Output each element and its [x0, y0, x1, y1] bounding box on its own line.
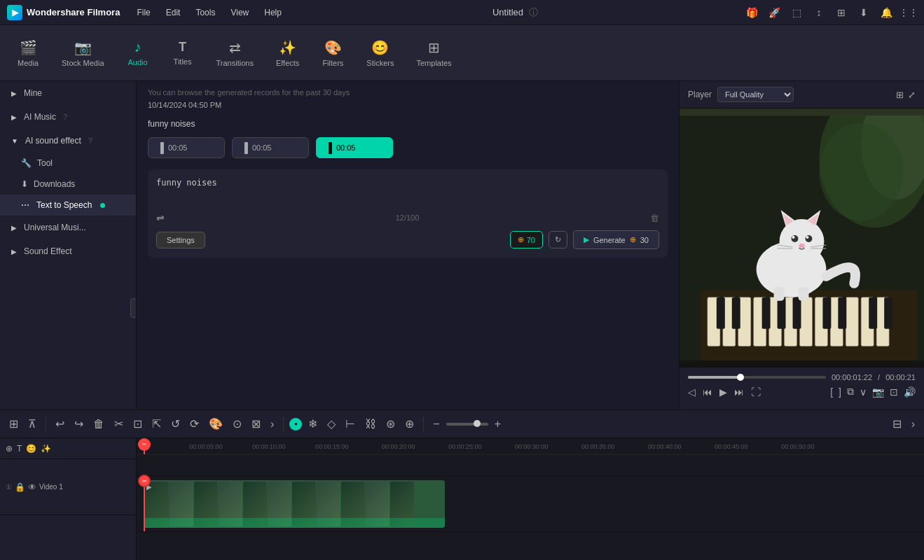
tl-ai-icon[interactable]: ⊛	[382, 415, 399, 433]
menu-tools[interactable]: Tools	[190, 5, 221, 20]
text-input[interactable]: funny noises	[156, 178, 659, 206]
menu-help[interactable]: Help	[258, 5, 287, 20]
sidebar-item-ai-sound[interactable]: ▼ AI sound effect ?	[0, 129, 136, 153]
download-icon[interactable]: ⬇	[855, 4, 872, 21]
tl-columns-icon[interactable]: ⊟	[889, 415, 905, 433]
tab-filters[interactable]: 🎨 Filters	[312, 34, 354, 73]
track-lock-icon[interactable]: 🔒	[15, 482, 25, 492]
tab-media[interactable]: 🎬 Media	[7, 34, 49, 73]
notification-icon[interactable]: 🔔	[878, 4, 895, 21]
split-view-icon[interactable]: ⧉	[847, 386, 854, 398]
tl-transform-icon[interactable]: ⊠	[248, 415, 264, 433]
sidebar-item-sound-effect[interactable]: ▶ Sound Effect	[0, 239, 136, 263]
export-icon[interactable]: ↕	[811, 4, 827, 21]
sidebar-item-universal-music[interactable]: ▶ Universal Musi...	[0, 216, 136, 239]
sidebar-item-ai-music[interactable]: ▶ AI Music ?	[0, 105, 136, 129]
tab-transitions[interactable]: ⇄ Transitions	[207, 34, 263, 73]
bracket-right-icon[interactable]: ]	[839, 386, 841, 398]
svg-rect-20	[778, 298, 786, 329]
shuffle-icon[interactable]: ⇌	[156, 212, 165, 223]
tl-zoom-out-icon[interactable]: −	[429, 416, 443, 433]
settings-button[interactable]: Settings	[156, 232, 205, 248]
player-header-icons: ⊞ ⤢	[896, 90, 916, 100]
tl-link-icon[interactable]: ⛓	[361, 416, 380, 433]
capture-icon[interactable]: 📷	[872, 386, 884, 398]
tl-snowflake-icon[interactable]: ❄	[305, 415, 321, 433]
tab-templates[interactable]: ⊞ Templates	[406, 34, 461, 73]
tl-more-icon[interactable]: ›	[267, 416, 277, 433]
tab-titles[interactable]: T Titles	[162, 34, 204, 71]
tl-crop-icon[interactable]: ⊡	[130, 415, 146, 433]
rewind-button[interactable]: ◁	[688, 386, 696, 398]
right-panel: Player Full Quality Half Quality Quarter…	[679, 81, 924, 410]
sidebar-item-text-to-speech[interactable]: ⋯ Text to Speech	[0, 195, 136, 216]
tab-effects[interactable]: ✨ Effects	[266, 34, 309, 73]
audio-clip-2[interactable]: ▐ 00:05	[232, 137, 309, 158]
tl-keyframe-icon[interactable]: ◇	[324, 415, 339, 433]
tl-motion-icon[interactable]: ⊙	[229, 415, 245, 433]
frame-forward-button[interactable]: ⏭	[734, 386, 744, 398]
menu-file[interactable]: File	[131, 5, 156, 20]
add-sticker-icon[interactable]: 😊	[26, 444, 36, 454]
generate-button[interactable]: ▶ Generate ⊕ 30	[573, 230, 659, 249]
rocket-icon[interactable]: 🚀	[766, 4, 782, 21]
play-button[interactable]: ▶	[719, 386, 727, 398]
tl-collapse-icon[interactable]: ›	[908, 416, 918, 433]
tl-insert-icon[interactable]: ⊕	[401, 415, 418, 433]
tl-record-btn[interactable]: ●	[289, 418, 302, 430]
fullscreen-button[interactable]: ⛶	[751, 386, 761, 398]
credits-button[interactable]: ⊕ 70	[510, 231, 543, 248]
tl-zoom-in-icon[interactable]: +	[491, 416, 504, 433]
tab-audio[interactable]: ♪ Audio	[117, 34, 159, 72]
grid-icon[interactable]: ⋮⋮	[900, 4, 917, 21]
tl-layout-icon[interactable]: ⊞	[6, 415, 22, 433]
zoom-slider[interactable]	[446, 423, 488, 426]
tl-redo-icon[interactable]: ↪	[71, 415, 87, 433]
volume-icon[interactable]: 🔊	[904, 386, 916, 398]
tl-rotate-icon[interactable]: ↺	[167, 415, 184, 433]
delete-icon[interactable]: 🗑	[650, 213, 659, 223]
quality-select[interactable]: Full Quality Half Quality Quarter Qualit…	[717, 87, 794, 102]
track-eye-icon[interactable]: 👁	[28, 482, 36, 492]
add-media-icon[interactable]: ⊕	[6, 444, 13, 454]
tl-undo-icon[interactable]: ↩	[52, 415, 68, 433]
audio-clip-1[interactable]: ▐ 00:05	[148, 137, 225, 158]
refresh-button[interactable]: ↻	[549, 231, 567, 248]
tl-cut-icon[interactable]: ✂	[111, 415, 127, 433]
menu-view[interactable]: View	[225, 5, 254, 20]
credits-plus-icon: ⊕	[518, 235, 524, 244]
add-text-icon[interactable]: T	[17, 444, 22, 454]
collapse-panel-btn[interactable]: ‹	[130, 298, 137, 318]
add-effect-icon[interactable]: ✨	[41, 444, 51, 454]
grid-view-icon[interactable]: ⊞	[896, 90, 904, 100]
tl-resize-icon[interactable]: ⇱	[149, 415, 165, 433]
bracket-left-icon[interactable]: [	[830, 386, 833, 398]
menu-edit[interactable]: Edit	[160, 5, 186, 20]
chevron-down-icon[interactable]: ∨	[860, 386, 867, 398]
tl-speed-icon[interactable]: ⟳	[186, 415, 202, 433]
tl-color-icon[interactable]: 🎨	[205, 415, 226, 433]
tl-split-icon[interactable]: ⊢	[342, 415, 359, 433]
layout-icon[interactable]: ⊞	[833, 4, 850, 21]
tab-stickers[interactable]: 😊 Stickers	[357, 34, 404, 73]
menu-right-icons: 🎁 🚀 ⬚ ↕ ⊞ ⬇ 🔔 ⋮⋮	[743, 4, 917, 21]
video-clip[interactable]: ▶	[144, 480, 445, 528]
tab-stock-media[interactable]: 📷 Stock Media	[52, 34, 114, 73]
sidebar-item-downloads[interactable]: ⬇ Downloads	[0, 174, 136, 195]
tl-delete-icon[interactable]: 🗑	[90, 416, 108, 433]
sidebar-item-mine[interactable]: ▶ Mine	[0, 81, 136, 105]
tab-stock-media-label: Stock Media	[62, 59, 104, 67]
screenshot-icon[interactable]: ⊡	[890, 386, 898, 398]
ruler-35: 00:00:35:00	[581, 443, 615, 450]
audio-clip-3[interactable]: ▐ 00:05	[316, 137, 393, 158]
frame-back-button[interactable]: ⏮	[703, 386, 712, 398]
playhead-scissors[interactable]: ✂	[138, 475, 151, 487]
import-icon[interactable]: ⬚	[788, 4, 805, 21]
expand-icon[interactable]: ⤢	[908, 90, 916, 100]
tl-magnet-icon[interactable]: ⊼	[25, 415, 40, 433]
progress-bar[interactable]	[688, 376, 826, 379]
ruler-10: 00:00:10:00	[252, 443, 286, 450]
playhead-handle[interactable]: ✂	[138, 438, 151, 451]
sidebar-item-tool[interactable]: 🔧 Tool	[0, 153, 136, 174]
gift-icon[interactable]: 🎁	[743, 4, 760, 21]
